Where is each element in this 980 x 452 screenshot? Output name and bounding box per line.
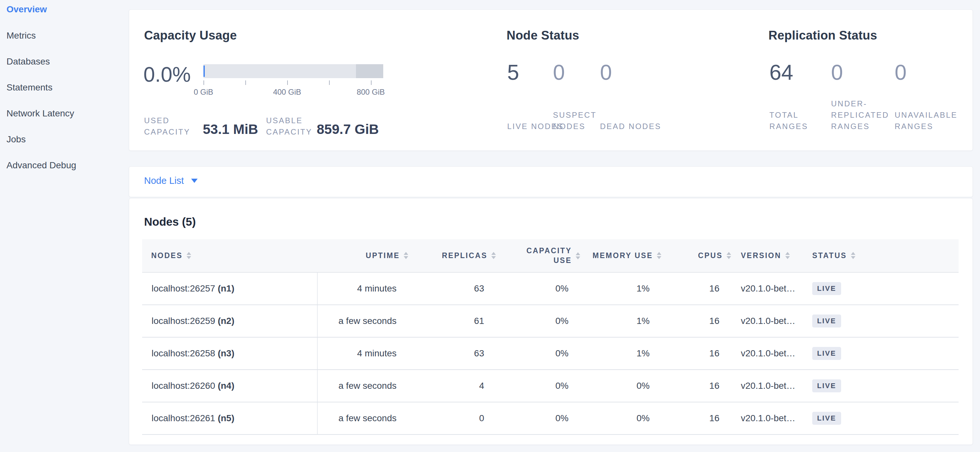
cell-status: LIVE bbox=[809, 272, 959, 305]
column-label: CPUS bbox=[698, 251, 723, 261]
nodes-table-card: Nodes (5) NODES UPTIME REPLICAS CAPACITY… bbox=[129, 198, 973, 445]
axis-tick bbox=[204, 81, 204, 85]
unavailable-ranges-count: 0 bbox=[895, 62, 959, 83]
cell-version: v20.1.0-bet… bbox=[738, 272, 809, 305]
unavailable-ranges-label: UNAVAILABLE RANGES bbox=[895, 109, 956, 132]
sidebar-item-advanced-debug[interactable]: Advanced Debug bbox=[6, 160, 76, 171]
cell-memory-use: 1% bbox=[587, 305, 668, 337]
capacity-usage-bar-chart: 0 GiB400 GiB800 GiB bbox=[204, 64, 383, 106]
under-replicated-ranges-count: 0 bbox=[831, 62, 896, 83]
other-usage-segment bbox=[356, 64, 383, 78]
cell-version: v20.1.0-bet… bbox=[738, 402, 809, 435]
sort-icon bbox=[657, 252, 661, 259]
column-header-nodes[interactable]: NODES bbox=[142, 239, 317, 272]
cockroachdb-admin-overview-page: Overview Metrics Databases Statements Ne… bbox=[0, 0, 980, 452]
used-capacity-value: 53.1 MiB bbox=[203, 122, 258, 137]
cell-capacity-use: 0% bbox=[502, 370, 587, 402]
under-replicated-ranges-label: UNDER-REPLICATED RANGES bbox=[831, 98, 893, 132]
replication-status-title: Replication Status bbox=[768, 29, 877, 43]
column-header-status[interactable]: STATUS bbox=[809, 239, 959, 272]
cell-version: v20.1.0-bet… bbox=[738, 305, 809, 337]
cell-node-name: localhost:26257 (n1) bbox=[142, 272, 317, 305]
column-header-capacity-use[interactable]: CAPACITY USE bbox=[502, 239, 587, 272]
axis-tick bbox=[329, 81, 330, 85]
status-badge: LIVE bbox=[812, 379, 841, 392]
sort-icon bbox=[491, 252, 496, 259]
cell-node-name: localhost:26261 (n5) bbox=[142, 402, 317, 435]
cluster-summary-card: Capacity Usage 0.0% 0 GiB400 GiB800 GiB … bbox=[129, 10, 973, 151]
sort-icon bbox=[186, 252, 191, 259]
dead-nodes-count: 0 bbox=[600, 62, 665, 83]
status-badge: LIVE bbox=[812, 412, 841, 425]
cell-node-name: localhost:26259 (n2) bbox=[142, 305, 317, 337]
cell-replicas: 63 bbox=[415, 272, 502, 305]
cell-status: LIVE bbox=[809, 305, 959, 337]
usable-free-segment bbox=[204, 64, 356, 78]
sort-icon bbox=[404, 252, 408, 259]
sidebar-item-network-latency[interactable]: Network Latency bbox=[6, 108, 74, 119]
status-badge: LIVE bbox=[812, 282, 841, 295]
sidebar-item-metrics[interactable]: Metrics bbox=[6, 30, 36, 41]
cell-version: v20.1.0-bet… bbox=[738, 370, 809, 402]
under-replicated-ranges-stat: 0 UNDER-REPLICATED RANGES bbox=[831, 62, 896, 134]
cell-memory-use: 1% bbox=[587, 337, 668, 370]
status-badge: LIVE bbox=[812, 314, 841, 327]
sidebar-item-overview[interactable]: Overview bbox=[6, 4, 47, 15]
cell-uptime: 4 minutes bbox=[317, 272, 415, 305]
sort-icon bbox=[851, 252, 855, 259]
cell-node-name: localhost:26258 (n3) bbox=[142, 337, 317, 370]
node-link[interactable]: localhost:26258 bbox=[151, 348, 215, 358]
axis-tick-label: 800 GiB bbox=[356, 87, 385, 97]
column-header-memory-use[interactable]: MEMORY USE bbox=[587, 239, 668, 272]
cell-memory-use: 0% bbox=[587, 402, 668, 435]
cell-capacity-use: 0% bbox=[502, 337, 587, 370]
chevron-down-icon bbox=[191, 179, 197, 183]
table-row: localhost:26259 (n2) a few seconds 61 0%… bbox=[142, 305, 959, 337]
cell-uptime: 4 minutes bbox=[317, 337, 415, 370]
node-id: (n1) bbox=[218, 283, 234, 293]
column-label: STATUS bbox=[812, 251, 847, 261]
axis-tick bbox=[287, 81, 288, 85]
node-link[interactable]: localhost:26261 bbox=[151, 413, 215, 423]
node-list-dropdown[interactable]: Node List bbox=[144, 175, 197, 186]
node-link[interactable]: localhost:26260 bbox=[151, 381, 215, 391]
axis-tick-label: 0 GiB bbox=[194, 87, 213, 97]
table-row: localhost:26258 (n3) 4 minutes 63 0% 1% … bbox=[142, 337, 959, 370]
node-link[interactable]: localhost:26259 bbox=[151, 316, 215, 326]
sidebar-item-statements[interactable]: Statements bbox=[6, 82, 52, 93]
cell-replicas: 4 bbox=[415, 370, 502, 402]
total-ranges-stat: 64 TOTAL RANGES bbox=[769, 62, 834, 134]
nodes-section-title: Nodes (5) bbox=[144, 215, 196, 228]
sidebar-item-jobs[interactable]: Jobs bbox=[6, 134, 25, 145]
cell-uptime: a few seconds bbox=[317, 370, 415, 402]
cell-status: LIVE bbox=[809, 337, 959, 370]
cell-uptime: a few seconds bbox=[317, 305, 415, 337]
column-label: VERSION bbox=[741, 251, 781, 261]
cell-node-name: localhost:26260 (n4) bbox=[142, 370, 317, 402]
cell-capacity-use: 0% bbox=[502, 402, 587, 435]
cell-uptime: a few seconds bbox=[317, 402, 415, 435]
node-list-dropdown-label: Node List bbox=[144, 175, 184, 186]
dead-nodes-stat: 0 DEAD NODES bbox=[600, 62, 665, 134]
used-capacity-marker bbox=[204, 65, 205, 77]
cell-capacity-use: 0% bbox=[502, 305, 587, 337]
cell-version: v20.1.0-bet… bbox=[738, 337, 809, 370]
node-link[interactable]: localhost:26257 bbox=[151, 283, 215, 293]
column-label: CAPACITY USE bbox=[523, 246, 572, 266]
node-id: (n3) bbox=[218, 348, 234, 358]
column-header-uptime[interactable]: UPTIME bbox=[317, 239, 415, 272]
node-status-title: Node Status bbox=[507, 29, 579, 43]
total-ranges-label: TOTAL RANGES bbox=[769, 109, 831, 132]
cell-replicas: 61 bbox=[415, 305, 502, 337]
used-capacity-label: USED CAPACITY bbox=[144, 115, 206, 138]
unavailable-ranges-stat: 0 UNAVAILABLE RANGES bbox=[895, 62, 959, 134]
column-header-version[interactable]: VERSION bbox=[738, 239, 809, 272]
column-label: MEMORY USE bbox=[593, 251, 653, 261]
capacity-used-percent: 0.0% bbox=[143, 63, 191, 87]
column-header-replicas[interactable]: REPLICAS bbox=[415, 239, 502, 272]
table-row: localhost:26260 (n4) a few seconds 4 0% … bbox=[142, 370, 959, 402]
column-header-cpus[interactable]: CPUS bbox=[668, 239, 738, 272]
column-label: REPLICAS bbox=[442, 251, 487, 261]
sidebar-item-databases[interactable]: Databases bbox=[6, 56, 50, 67]
cell-replicas: 63 bbox=[415, 337, 502, 370]
